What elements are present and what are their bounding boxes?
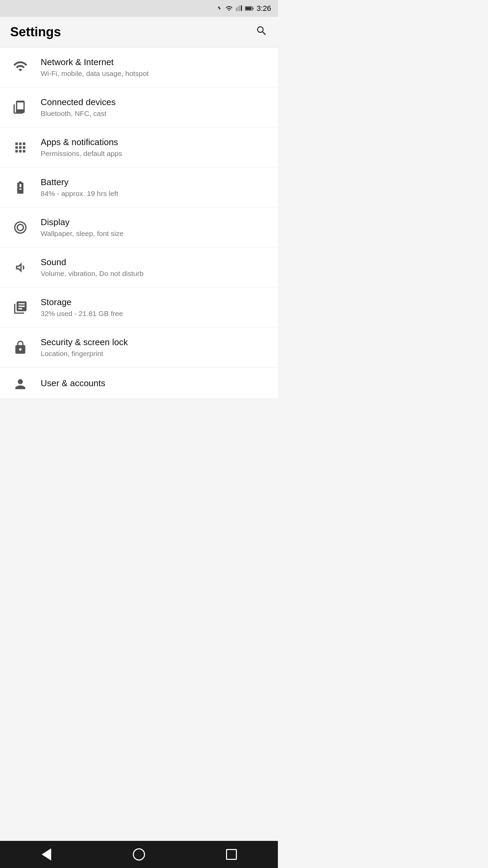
security-title: Security & screen lock (41, 337, 268, 348)
security-icon (10, 337, 30, 358)
display-subtitle: Wallpaper, sleep, font size (41, 230, 268, 238)
user-accounts-title: User & accounts (41, 378, 268, 389)
battery-subtitle: 84% - approx. 19 hrs left (41, 190, 268, 198)
status-icons: 3:26 (216, 4, 271, 13)
connected-devices-icon (10, 97, 30, 118)
settings-list: Network & Internet Wi-Fi, mobile, data u… (0, 47, 278, 398)
user-icon (10, 374, 30, 394)
connected-devices-title: Connected devices (41, 97, 268, 107)
search-button[interactable] (256, 25, 268, 40)
display-text: Display Wallpaper, sleep, font size (41, 217, 268, 238)
status-time: 3:26 (257, 4, 271, 13)
sound-title: Sound (41, 257, 268, 268)
connected-devices-subtitle: Bluetooth, NFC, cast (41, 110, 268, 118)
header: Settings (0, 17, 278, 47)
network-text: Network & Internet Wi-Fi, mobile, data u… (41, 57, 268, 78)
signal-icon (236, 5, 242, 12)
battery-title: Battery (41, 177, 268, 188)
svg-rect-2 (246, 7, 252, 10)
battery-text: Battery 84% - approx. 19 hrs left (41, 177, 268, 198)
status-bar: 3:26 (0, 0, 278, 17)
settings-item-sound[interactable]: Sound Volume, vibration, Do not disturb (0, 248, 278, 288)
security-subtitle: Location, fingerprint (41, 350, 268, 358)
settings-item-user-accounts[interactable]: User & accounts (0, 368, 278, 398)
settings-item-display[interactable]: Display Wallpaper, sleep, font size (0, 208, 278, 248)
storage-subtitle: 32% used - 21.81 GB free (41, 310, 268, 318)
connected-devices-text: Connected devices Bluetooth, NFC, cast (41, 97, 268, 118)
bluetooth-icon (216, 5, 223, 12)
apps-title: Apps & notifications (41, 137, 268, 147)
wifi-icon (225, 5, 233, 12)
svg-rect-1 (252, 7, 253, 9)
user-accounts-text: User & accounts (41, 378, 268, 391)
security-text: Security & screen lock Location, fingerp… (41, 337, 268, 358)
apps-subtitle: Permissions, default apps (41, 150, 268, 158)
settings-item-apps[interactable]: Apps & notifications Permissions, defaul… (0, 127, 278, 167)
storage-icon (10, 297, 30, 318)
settings-item-connected-devices[interactable]: Connected devices Bluetooth, NFC, cast (0, 87, 278, 127)
settings-item-security[interactable]: Security & screen lock Location, fingerp… (0, 328, 278, 368)
network-subtitle: Wi-Fi, mobile, data usage, hotspot (41, 70, 268, 78)
sound-text: Sound Volume, vibration, Do not disturb (41, 257, 268, 278)
battery-icon (245, 5, 254, 12)
battery-settings-icon (10, 177, 30, 198)
network-title: Network & Internet (41, 57, 268, 67)
storage-text: Storage 32% used - 21.81 GB free (41, 297, 268, 318)
page-title: Settings (10, 25, 61, 39)
settings-item-battery[interactable]: Battery 84% - approx. 19 hrs left (0, 167, 278, 208)
storage-title: Storage (41, 297, 268, 308)
apps-text: Apps & notifications Permissions, defaul… (41, 137, 268, 158)
apps-icon (10, 137, 30, 158)
display-icon (10, 217, 30, 238)
sound-subtitle: Volume, vibration, Do not disturb (41, 270, 268, 278)
sound-icon (10, 257, 30, 278)
settings-item-storage[interactable]: Storage 32% used - 21.81 GB free (0, 288, 278, 328)
network-icon (10, 57, 30, 78)
settings-item-network[interactable]: Network & Internet Wi-Fi, mobile, data u… (0, 47, 278, 87)
display-title: Display (41, 217, 268, 228)
